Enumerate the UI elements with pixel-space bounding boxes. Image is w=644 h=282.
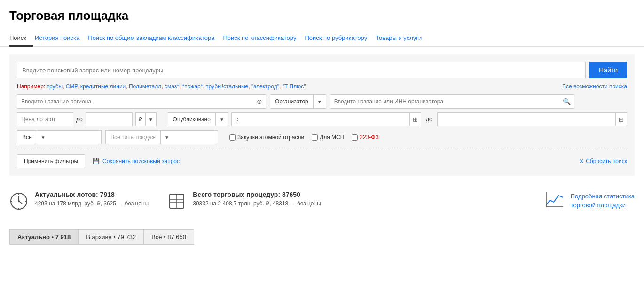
published-dropdown-arrow[interactable]: ▼ bbox=[215, 113, 228, 126]
tab-search[interactable]: Поиск bbox=[9, 31, 33, 47]
tab-classifier[interactable]: Поиск по классификатору bbox=[223, 31, 303, 47]
currency-dropdown-arrow[interactable]: ▼ bbox=[146, 113, 156, 126]
statistics-link-block: Подробная статистика торговой площадки bbox=[545, 191, 635, 211]
checkbox-atomic[interactable] bbox=[229, 134, 236, 141]
all-types-arrow[interactable]: ▼ bbox=[37, 131, 49, 144]
calendar-from-icon[interactable]: ⊞ bbox=[409, 113, 421, 126]
date-to-input[interactable] bbox=[438, 113, 615, 126]
example-smaz[interactable]: смаз* bbox=[165, 83, 179, 90]
example-credit[interactable]: кредитные линии bbox=[80, 83, 126, 90]
price-from-input[interactable] bbox=[17, 112, 73, 126]
search-section: Найти Например: трубы, СМР, кредитные ли… bbox=[9, 54, 635, 176]
published-select[interactable]: Опубликовано ▼ bbox=[168, 112, 228, 126]
actions-row: Применить фильтры 💾 Сохранить поисковый … bbox=[17, 154, 627, 168]
chart-icon bbox=[545, 191, 564, 211]
checkbox-msp[interactable] bbox=[312, 134, 318, 141]
organizer-select[interactable]: Организатор ▼ bbox=[270, 94, 326, 109]
search-main-row: Найти bbox=[17, 62, 627, 78]
checkbox-atomic-label: Закупки атомной отрасли bbox=[237, 134, 304, 141]
example-truby[interactable]: трубы bbox=[47, 83, 63, 90]
filter-price-row: до ₽ ▼ Опубликовано ▼ ⊞ до ⊞ bbox=[17, 112, 627, 126]
actual-lots-title: Актуальных лотов: 7918 bbox=[35, 191, 149, 198]
search-button[interactable]: Найти bbox=[589, 62, 627, 78]
example-elektrod[interactable]: "электрод" bbox=[251, 83, 279, 90]
stats-section: Актуальных лотов: 7918 4293 на 178 млрд.… bbox=[0, 183, 644, 222]
organizer-dropdown-arrow[interactable]: ▼ bbox=[313, 95, 326, 108]
examples-label: Например: bbox=[17, 83, 47, 90]
total-procedures-title: Всего торговых процедур: 87650 bbox=[193, 191, 321, 198]
region-input[interactable] bbox=[17, 94, 266, 109]
nav-tabs: Поиск История поиска Поиск по общим закл… bbox=[0, 31, 644, 47]
sale-types-select[interactable]: Все типы продаж ▼ bbox=[105, 130, 218, 144]
checkbox-msp-label: Для МСП bbox=[320, 134, 344, 141]
reset-search-button[interactable]: ✕ Сбросить поиск bbox=[579, 158, 627, 164]
total-procedures-content: Всего торговых процедур: 87650 39332 на … bbox=[193, 191, 321, 207]
currency-symbol: ₽ bbox=[136, 113, 146, 126]
examples-row: Например: трубы, СМР, кредитные линии, П… bbox=[17, 83, 627, 90]
search-icon[interactable]: 🔍 bbox=[563, 98, 571, 105]
reset-icon: ✕ bbox=[579, 158, 584, 164]
actual-lots-content: Актуальных лотов: 7918 4293 на 178 млрд.… bbox=[35, 191, 149, 207]
tab-bookmarks[interactable]: Поиск по общим закладкам классификатора bbox=[88, 31, 221, 47]
examples-left: Например: трубы, СМР, кредитные линии, П… bbox=[17, 83, 306, 90]
filter-region-row: ⊕ Организатор ▼ 🔍 bbox=[17, 94, 627, 109]
organizer-label: Организатор bbox=[270, 95, 313, 108]
svg-point-3 bbox=[18, 200, 20, 202]
example-tplus[interactable]: "Т Плюс" bbox=[283, 83, 306, 90]
statistics-link[interactable]: Подробная статистика торговой площадки bbox=[571, 192, 635, 209]
calendar-to-icon[interactable]: ⊞ bbox=[615, 113, 627, 126]
date-from-input[interactable] bbox=[232, 113, 409, 126]
all-search-link[interactable]: Все возможности поиска bbox=[562, 83, 627, 90]
price-to-input[interactable] bbox=[86, 112, 133, 126]
price-to-label: до bbox=[76, 116, 83, 123]
clock-icon bbox=[9, 192, 28, 214]
total-procedures-block: Всего торговых процедур: 87650 39332 на … bbox=[167, 191, 321, 214]
checkbox-atomic-group[interactable]: Закупки атомной отрасли bbox=[229, 134, 304, 141]
total-procedures-detail: 39332 на 2 408,7 трлн. руб. ₽, 48318 — б… bbox=[193, 200, 321, 207]
example-polimetall[interactable]: Полиметалл bbox=[129, 83, 161, 90]
page-title: Торговая площадка bbox=[9, 8, 635, 23]
bottom-tab-actual[interactable]: Актуально • 7 918 bbox=[9, 229, 79, 245]
date-to-wrapper: ⊞ bbox=[437, 112, 627, 126]
apply-filters-button[interactable]: Применить фильтры bbox=[17, 154, 85, 168]
example-smr[interactable]: СМР bbox=[66, 83, 77, 90]
tab-goods[interactable]: Товары и услуги bbox=[376, 31, 428, 47]
sale-types-label: Все типы продаж bbox=[106, 131, 160, 144]
checkbox-fz-label: 223-ФЗ bbox=[360, 134, 378, 141]
filter-types-row: Все ▼ Все типы продаж ▼ Закупки атомной … bbox=[17, 130, 627, 144]
published-label: Опубликовано bbox=[168, 113, 215, 126]
organizer-inn-input[interactable] bbox=[330, 94, 574, 109]
checkbox-msp-group[interactable]: Для МСП bbox=[312, 134, 344, 141]
procedures-icon bbox=[167, 192, 186, 214]
all-types-label: Все bbox=[17, 131, 37, 144]
sale-types-arrow[interactable]: ▼ bbox=[160, 131, 173, 144]
bottom-tab-archive[interactable]: В архиве • 79 732 bbox=[78, 229, 144, 245]
date-from-wrapper: ⊞ bbox=[231, 112, 421, 126]
page-header: Торговая площадка Поиск История поиска П… bbox=[0, 0, 644, 47]
region-input-wrapper: ⊕ bbox=[17, 94, 266, 109]
actions-left: Применить фильтры 💾 Сохранить поисковый … bbox=[17, 154, 180, 168]
date-to-label: до bbox=[424, 116, 434, 123]
actual-lots-block: Актуальных лотов: 7918 4293 на 178 млрд.… bbox=[9, 191, 149, 214]
bottom-tab-all[interactable]: Все • 87 650 bbox=[143, 229, 194, 245]
actual-lots-detail: 4293 на 178 млрд. руб. ₽, 3625 — без цен… bbox=[35, 200, 149, 207]
tab-rubricator[interactable]: Поиск по рубрикатору bbox=[305, 31, 374, 47]
plus-icon[interactable]: ⊕ bbox=[257, 98, 262, 105]
bottom-tabs: Актуально • 7 918 В архиве • 79 732 Все … bbox=[0, 222, 644, 250]
save-query-button[interactable]: 💾 Сохранить поисковый запрос bbox=[93, 158, 180, 164]
example-truby-stal[interactable]: трубы!стальные bbox=[206, 83, 248, 90]
organizer-inn-wrapper: 🔍 bbox=[330, 94, 574, 109]
save-icon: 💾 bbox=[93, 158, 100, 164]
divider bbox=[17, 149, 627, 149]
tab-history[interactable]: История поиска bbox=[35, 31, 86, 47]
search-input[interactable] bbox=[17, 62, 586, 78]
currency-select[interactable]: ₽ ▼ bbox=[135, 112, 157, 126]
checkbox-fz[interactable] bbox=[352, 134, 358, 141]
example-pozhar[interactable]: *пожар* bbox=[182, 83, 203, 90]
checkbox-fz-group[interactable]: 223-ФЗ bbox=[352, 134, 378, 141]
all-types-select[interactable]: Все ▼ bbox=[17, 130, 102, 144]
